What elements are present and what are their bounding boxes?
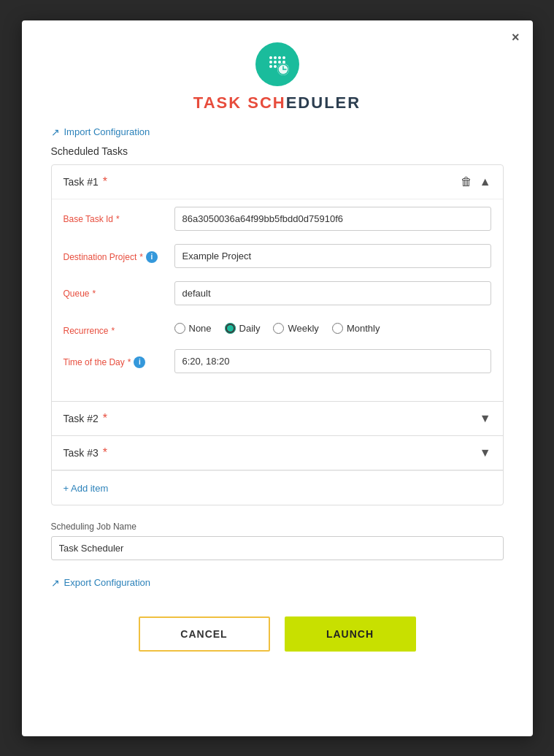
- recurrence-weekly-option[interactable]: Weekly: [273, 323, 318, 334]
- destination-project-row: Destination Project * i: [64, 244, 491, 268]
- task-3-header[interactable]: Task #3 * ▼: [52, 436, 503, 470]
- task-2-title: Task #2: [64, 413, 99, 424]
- launch-button[interactable]: LAUNCH: [285, 616, 416, 652]
- recurrence-label: Recurrence *: [64, 318, 166, 336]
- time-of-day-row: Time of the Day * i: [64, 349, 491, 373]
- import-config-link[interactable]: ↗ Import Configuration: [51, 126, 150, 138]
- recurrence-options: None Daily Weekly: [174, 318, 380, 334]
- svg-point-0: [269, 56, 272, 59]
- recurrence-daily-option[interactable]: Daily: [225, 323, 261, 334]
- task-1-header[interactable]: Task #1 * 🗑 ▲: [52, 165, 503, 199]
- svg-point-5: [274, 61, 277, 64]
- task-2-header-right: ▼: [480, 412, 491, 425]
- job-name-label: Scheduling Job Name: [51, 522, 504, 532]
- recurrence-weekly-radio[interactable]: [273, 323, 284, 334]
- add-item-row: + Add item: [52, 470, 503, 505]
- queue-input[interactable]: [174, 281, 491, 305]
- time-of-day-info-icon[interactable]: i: [134, 356, 145, 368]
- task-3-header-right: ▼: [480, 446, 491, 459]
- task-1-title: Task #1: [64, 176, 99, 188]
- task-1-required: *: [103, 175, 107, 188]
- cancel-button[interactable]: CANCEL: [139, 616, 270, 652]
- task-3-required: *: [103, 446, 107, 459]
- task-1-delete-icon[interactable]: 🗑: [461, 175, 472, 188]
- export-config-label: Export Configuration: [64, 577, 151, 588]
- task-3-section: Task #3 * ▼: [52, 436, 503, 470]
- svg-point-8: [269, 65, 272, 68]
- svg-point-9: [274, 65, 277, 68]
- svg-point-6: [278, 61, 281, 64]
- task-2-chevron-icon[interactable]: ▼: [480, 412, 491, 425]
- task-1-body: Base Task Id * Destination Project * i: [52, 199, 503, 401]
- import-icon: ↗: [51, 126, 60, 138]
- scheduled-tasks-label: Scheduled Tasks: [51, 145, 504, 157]
- button-row: CANCEL LAUNCH: [51, 616, 504, 652]
- recurrence-monthly-radio[interactable]: [332, 323, 343, 334]
- app-logo: [255, 42, 299, 86]
- time-of-day-input[interactable]: [174, 349, 491, 373]
- tasks-container: Task #1 * 🗑 ▲ Base Task Id *: [51, 164, 504, 505]
- close-button[interactable]: ×: [512, 31, 520, 44]
- svg-point-4: [269, 61, 272, 64]
- task-2-header-left: Task #2 *: [64, 412, 107, 425]
- task-2-section: Task #2 * ▼: [52, 402, 503, 436]
- recurrence-none-radio[interactable]: [174, 323, 185, 334]
- svg-point-1: [274, 56, 277, 59]
- recurrence-none-label: None: [189, 323, 212, 334]
- export-icon: ↗: [51, 577, 60, 589]
- recurrence-weekly-label: Weekly: [288, 323, 318, 334]
- add-item-button[interactable]: + Add item: [64, 483, 109, 494]
- queue-label: Queue *: [64, 281, 166, 299]
- svg-point-3: [282, 56, 285, 59]
- task-3-chevron-icon[interactable]: ▼: [480, 446, 491, 459]
- recurrence-monthly-label: Monthly: [347, 323, 380, 334]
- task-1-section: Task #1 * 🗑 ▲ Base Task Id *: [52, 165, 503, 402]
- task-3-title: Task #3: [64, 447, 99, 459]
- svg-point-7: [282, 61, 285, 64]
- svg-point-2: [278, 56, 281, 59]
- base-task-id-label: Base Task Id *: [64, 207, 166, 224]
- recurrence-daily-radio[interactable]: [225, 323, 236, 334]
- task-1-chevron-icon[interactable]: ▲: [480, 175, 491, 188]
- task-1-header-right: 🗑 ▲: [461, 175, 491, 188]
- time-of-day-label: Time of the Day * i: [64, 349, 166, 368]
- recurrence-row: Recurrence * None Daily: [64, 318, 491, 336]
- task-2-required: *: [103, 412, 107, 425]
- recurrence-monthly-option[interactable]: Monthly: [332, 323, 380, 334]
- base-task-id-row: Base Task Id *: [64, 207, 491, 231]
- queue-row: Queue *: [64, 281, 491, 305]
- task-2-header[interactable]: Task #2 * ▼: [52, 402, 503, 435]
- recurrence-daily-label: Daily: [239, 323, 261, 334]
- logo-area: TASK SCHEDULER: [51, 42, 504, 112]
- base-task-id-input[interactable]: [174, 207, 491, 231]
- destination-project-input[interactable]: [174, 244, 491, 268]
- export-config-link[interactable]: ↗ Export Configuration: [51, 577, 151, 589]
- modal-overlay: ×: [0, 0, 554, 756]
- task-3-header-left: Task #3 *: [64, 446, 107, 459]
- task-1-header-left: Task #1 *: [64, 175, 107, 188]
- modal-dialog: ×: [22, 20, 533, 736]
- job-name-section: Scheduling Job Name: [51, 522, 504, 560]
- destination-project-label: Destination Project * i: [64, 244, 166, 263]
- import-config-label: Import Configuration: [64, 126, 150, 137]
- recurrence-none-option[interactable]: None: [174, 323, 212, 334]
- destination-project-info-icon[interactable]: i: [146, 251, 158, 263]
- job-name-input[interactable]: [51, 536, 504, 560]
- app-title: TASK SCHEDULER: [193, 93, 361, 112]
